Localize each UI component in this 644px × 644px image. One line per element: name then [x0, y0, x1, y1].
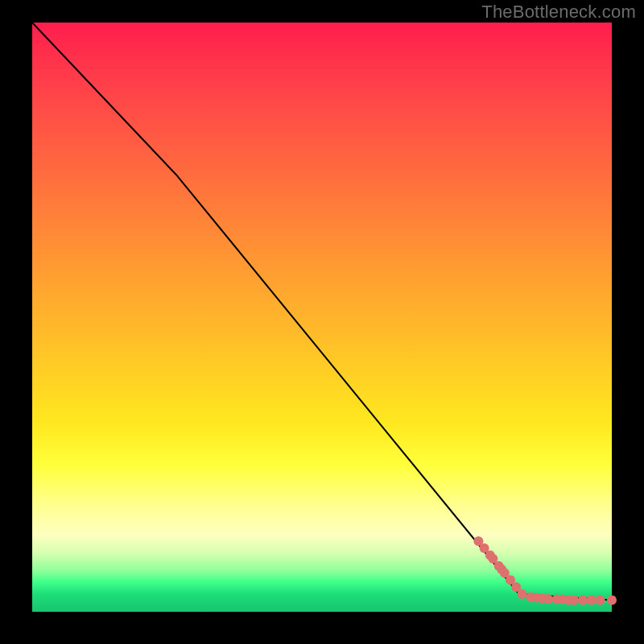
chart-svg [32, 23, 612, 612]
data-point [517, 589, 526, 599]
data-point [607, 595, 617, 605]
data-point [569, 595, 579, 605]
chart-container: TheBottleneck.com [0, 0, 644, 644]
attribution-label: TheBottleneck.com [481, 2, 636, 23]
highlighted-points-group [473, 536, 617, 605]
data-point [596, 595, 605, 605]
bottleneck-curve [32, 23, 612, 600]
data-point [587, 595, 597, 605]
plot-area [32, 23, 612, 612]
data-point [578, 595, 588, 605]
data-point [543, 594, 553, 604]
